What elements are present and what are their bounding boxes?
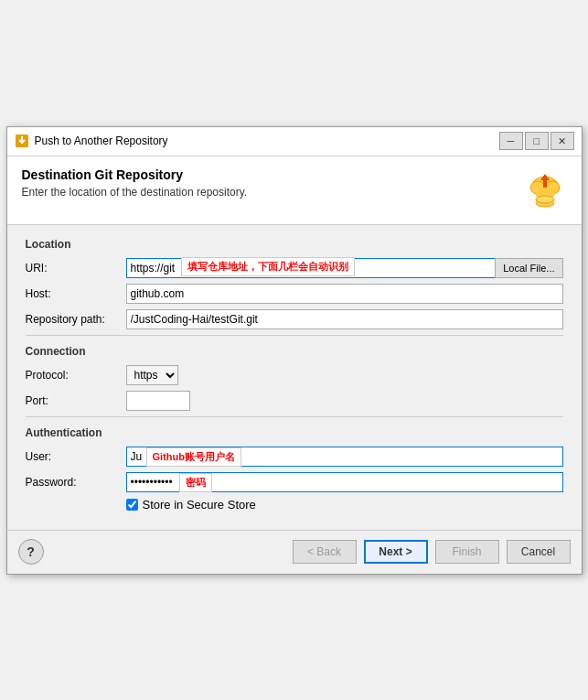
page-subtitle: Enter the location of the destination re…	[22, 186, 248, 199]
dialog-window: Push to Another Repository ─ □ ✕ Destina…	[6, 126, 583, 575]
svg-point-9	[536, 196, 554, 203]
password-row: Password: 密码	[26, 472, 563, 492]
close-button[interactable]: ✕	[551, 132, 574, 150]
repo-path-label: Repository path:	[26, 313, 126, 326]
next-button[interactable]: Next >	[364, 540, 428, 564]
content-area: Location URI: 填写仓库地址，下面几栏会自动识别 Local Fil…	[7, 225, 582, 530]
protocol-row: Protocol: https ssh git	[26, 365, 563, 385]
footer-area: ? < Back Next > Finish Cancel	[7, 530, 582, 574]
svg-rect-6	[543, 180, 547, 188]
minimize-button[interactable]: ─	[499, 132, 523, 150]
uri-row: URI: 填写仓库地址，下面几栏会自动识别 Local File...	[26, 258, 563, 278]
footer-left: ?	[18, 539, 44, 565]
uri-input[interactable]	[126, 258, 496, 278]
store-secure-checkbox[interactable]	[126, 499, 138, 511]
host-input[interactable]	[126, 284, 563, 304]
cloud-upload-icon	[523, 167, 567, 211]
help-button[interactable]: ?	[18, 539, 44, 565]
title-bar: Push to Another Repository ─ □ ✕	[7, 127, 582, 156]
uri-label: URI:	[26, 262, 126, 275]
port-label: Port:	[26, 394, 126, 407]
location-section-label: Location	[26, 238, 563, 251]
store-secure-label: Store in Secure Store	[143, 498, 256, 512]
divider-1	[26, 335, 563, 336]
connection-section-label: Connection	[26, 345, 563, 358]
protocol-select[interactable]: https ssh git	[126, 365, 178, 385]
local-file-button[interactable]: Local File...	[495, 258, 562, 278]
repo-path-row: Repository path:	[26, 309, 563, 329]
password-input[interactable]	[126, 472, 563, 492]
host-row: Host:	[26, 284, 563, 304]
maximize-button[interactable]: □	[525, 132, 549, 150]
header-text: Destination Git Repository Enter the loc…	[22, 167, 248, 199]
window-title: Push to Another Repository	[35, 135, 494, 147]
back-button[interactable]: < Back	[293, 540, 357, 564]
host-label: Host:	[26, 287, 126, 300]
user-input[interactable]	[126, 447, 563, 467]
user-label: User:	[26, 450, 126, 463]
cancel-button[interactable]: Cancel	[507, 540, 571, 564]
port-row: Port:	[26, 391, 563, 411]
password-label: Password:	[26, 476, 126, 489]
header-area: Destination Git Repository Enter the loc…	[7, 156, 582, 225]
store-secure-row: Store in Secure Store	[26, 498, 563, 512]
protocol-label: Protocol:	[26, 369, 126, 382]
user-row: User: Github账号用户名	[26, 447, 563, 467]
finish-button[interactable]: Finish	[435, 540, 499, 564]
footer-right: < Back Next > Finish Cancel	[293, 540, 571, 564]
divider-2	[26, 416, 563, 417]
uri-input-wrapper: 填写仓库地址，下面几栏会自动识别 Local File...	[126, 258, 563, 278]
port-input[interactable]	[126, 391, 190, 411]
page-title: Destination Git Repository	[22, 167, 248, 182]
repo-path-input[interactable]	[126, 309, 563, 329]
authentication-section-label: Authentication	[26, 426, 563, 439]
window-icon	[15, 134, 29, 148]
title-bar-controls: ─ □ ✕	[499, 132, 574, 150]
